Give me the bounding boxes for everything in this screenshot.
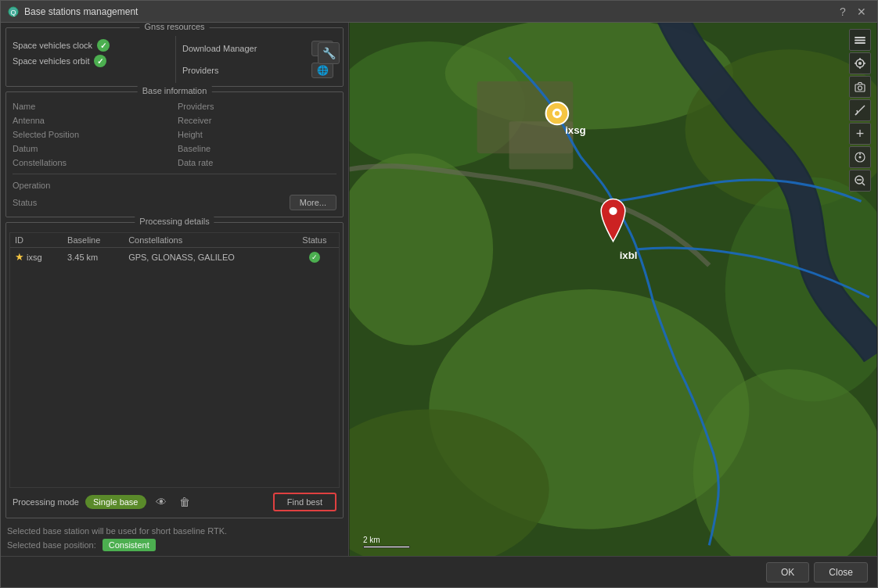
name-label: Name [13,100,171,113]
position-label: Selected base position: [7,540,96,550]
space-vehicles-clock-row: Space vehicles clock ✓ [13,39,171,52]
download-manager-label: Download Manager [182,44,257,53]
col-status: Status [290,233,339,248]
more-button[interactable]: More... [290,195,336,210]
space-vehicles-orbit-row: Space vehicles orbit ✓ [13,55,171,67]
svg-point-24 [858,62,862,65]
table-row[interactable]: ★ ixsg 3.45 km GPS, GLONASS, GALILEO ✓ [10,248,339,267]
baseline-label: Baseline [178,142,336,155]
data-rate-label: Data rate [178,156,336,169]
map-controls: + [849,29,871,192]
position-row: Selected base position: Consistent [7,539,342,551]
svg-point-17 [609,207,617,215]
info-text: Selected base station will be used for s… [7,526,342,536]
compass-button[interactable] [849,146,871,168]
svg-point-15 [555,111,560,116]
space-vehicles-clock-label: Space vehicles clock [13,41,92,50]
svg-rect-20 [855,37,865,38]
window-title: Base stations management [24,6,833,17]
gnss-section: Gnss resources Space vehicles clock ✓ Sp… [5,27,344,87]
svg-rect-29 [855,84,865,91]
dialog-footer: OK Close [1,556,877,587]
svg-line-33 [857,110,858,113]
svg-point-30 [858,86,862,90]
ok-button[interactable]: OK [766,562,809,583]
processing-footer: Processing mode Single base 👁 🗑 Find bes… [9,488,340,514]
processing-mode-label: Processing mode [13,497,79,507]
processing-section: Processing details ID Baseline Constella… [5,222,344,518]
col-baseline: Baseline [63,233,124,248]
processing-section-label: Processing details [135,217,214,226]
datum-label: Datum [13,142,171,155]
eye-icon-button[interactable]: 👁 [153,493,170,511]
providers-row: Providers 🌐 [179,61,336,80]
layers-button[interactable] [849,29,871,51]
camera-button[interactable] [849,76,871,98]
close-button[interactable]: ✕ [852,2,871,21]
left-panel: Gnss resources Space vehicles clock ✓ Sp… [1,23,349,556]
svg-text:ixbl: ixbl [620,249,638,261]
single-base-button[interactable]: Single base [85,495,146,509]
svg-line-32 [855,113,858,115]
consistent-badge: Consistent [103,539,156,551]
svg-text:Q: Q [10,9,16,16]
download-manager-row: Download Manager ⬇ [179,39,336,58]
height-label: Height [178,128,336,141]
col-id: ID [10,233,63,248]
svg-rect-22 [855,42,865,44]
row-baseline: 3.45 km [63,248,124,267]
providers-button[interactable]: 🌐 [311,63,333,78]
status-row: Status More... [13,193,336,212]
map-svg: ixsg ixbl [349,23,877,556]
map-panel: ixsg ixbl [349,23,877,556]
base-info-section-label: Base information [138,86,212,95]
svg-point-35 [859,156,862,159]
scale-bar [363,546,410,548]
selected-position-label: Selected Position [13,128,171,141]
gnss-grid: Space vehicles clock ✓ Space vehicles or… [9,36,340,83]
gnss-section-label: Gnss resources [139,23,209,31]
info-divider [13,174,336,174]
footer-close-button[interactable]: Close [814,562,868,583]
svg-line-38 [862,183,865,185]
trash-icon-button[interactable]: 🗑 [176,493,193,511]
table-header-row: ID Baseline Constellations Status [10,233,339,248]
gnss-right: Download Manager ⬇ Providers 🌐 [175,36,340,83]
col-constellations: Constellations [124,233,290,248]
titlebar: Q Base stations management ? ✕ [1,1,877,23]
measure-button[interactable] [849,99,871,121]
processing-table: ID Baseline Constellations Status ★ ixsg… [10,233,339,266]
help-button[interactable]: ? [833,2,852,21]
gnss-left: Space vehicles clock ✓ Space vehicles or… [9,36,174,83]
location-button[interactable] [849,52,871,74]
map-scale: 2 km [363,536,410,548]
constellations-label: Constellations [13,156,171,169]
row-id: ★ ixsg [10,248,63,267]
app-icon: Q [7,5,20,18]
base-info-grid: Name Providers Antenna Receiver Selected… [13,100,336,212]
row-status: ✓ [290,248,339,267]
antenna-label: Antenna [13,114,171,127]
processing-table-area: ID Baseline Constellations Status ★ ixsg… [9,232,340,488]
operation-label: Operation [13,179,171,192]
clock-status-check: ✓ [97,39,110,52]
scale-label: 2 km [363,536,380,544]
base-info-section: Base information Name Providers Antenna … [5,91,344,217]
row-constellations: GPS, GLONASS, GALILEO [124,248,290,267]
svg-rect-21 [855,40,865,41]
providers-label: Providers [182,66,218,75]
find-best-button[interactable]: Find best [273,493,336,511]
bottom-info: Selected base station will be used for s… [1,523,348,556]
zoom-out-button[interactable] [849,170,871,192]
space-vehicles-orbit-label: Space vehicles orbit [13,56,89,66]
zoom-in-button[interactable]: + [849,123,871,145]
wrench-button[interactable]: 🔧 [318,42,340,64]
main-window: Q Base stations management ? ✕ Gnss reso… [0,0,878,588]
svg-text:ixsg: ixsg [565,124,586,136]
main-content: Gnss resources Space vehicles clock ✓ Sp… [1,23,877,556]
orbit-status-check: ✓ [94,55,106,67]
providers-info-label: Providers [178,100,336,113]
receiver-label: Receiver [178,114,336,127]
status-label: Status [13,196,37,209]
